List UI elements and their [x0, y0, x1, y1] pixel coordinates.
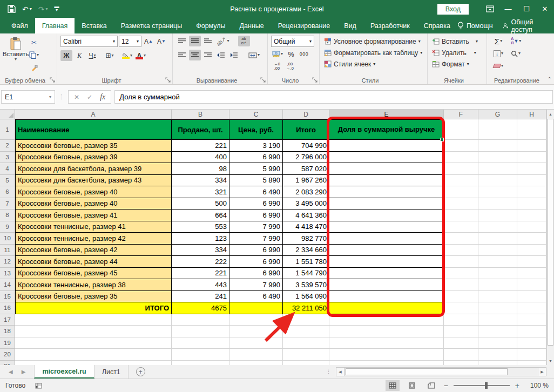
fill-button[interactable]: ↓▾ — [492, 48, 504, 59]
row-header-7[interactable]: 7 — [0, 198, 15, 210]
cell-D14[interactable]: 3 539 570 — [283, 279, 329, 291]
cell-B13[interactable]: 221 — [172, 268, 229, 280]
italic-button[interactable]: К — [73, 50, 85, 61]
cell-A9[interactable]: Кроссовки теннисные, размер 41 — [15, 221, 172, 233]
scroll-left-icon[interactable]: ◀ — [336, 367, 344, 376]
cell-G2[interactable] — [478, 140, 517, 152]
row-header-9[interactable]: 9 — [0, 221, 15, 233]
cell-D15[interactable]: 1 564 090 — [283, 291, 329, 303]
cell-F13[interactable] — [444, 268, 478, 280]
cut-button[interactable]: ✂ — [28, 37, 40, 48]
cell-B6[interactable]: 321 — [172, 186, 229, 198]
cell-B10[interactable]: 123 — [172, 233, 229, 245]
scroll-up-icon[interactable]: ▲ — [547, 110, 554, 118]
cell-G15[interactable] — [478, 291, 517, 303]
cell-D19[interactable] — [283, 337, 329, 349]
cell-G17[interactable] — [478, 314, 517, 326]
underline-button[interactable]: Ч▾ — [86, 50, 98, 61]
row-header-4[interactable]: 4 — [0, 163, 15, 175]
align-top-button[interactable] — [176, 36, 188, 46]
sheet-next-icon[interactable]: ▶ — [22, 369, 26, 375]
close-button[interactable]: ✕ — [536, 0, 554, 18]
row-header-2[interactable]: 2 — [0, 140, 15, 152]
cell-A17[interactable] — [15, 314, 172, 326]
scroll-right-icon[interactable]: ▶ — [538, 367, 546, 376]
merge-center-button[interactable]: ▾ — [247, 50, 261, 60]
align-center-button[interactable] — [189, 50, 201, 60]
ribbon-tab-formulas[interactable]: Формулы — [189, 18, 232, 33]
cell-C11[interactable]: 6 990 — [229, 245, 283, 256]
cell-E17[interactable] — [329, 314, 444, 326]
format-as-table-button[interactable]: Форматировать как таблицу▾ — [324, 47, 425, 58]
cell-G12[interactable] — [478, 256, 517, 268]
cell-H5[interactable] — [517, 175, 546, 187]
cell-E21[interactable] — [329, 361, 444, 366]
cell-E2[interactable] — [329, 140, 444, 152]
cell-G16[interactable] — [478, 302, 517, 314]
cell-H1[interactable] — [517, 119, 546, 140]
cell-C14[interactable]: 7 990 — [229, 279, 283, 291]
cell-D9[interactable]: 4 418 470 — [283, 221, 329, 233]
cell-F5[interactable] — [444, 175, 478, 187]
horizontal-scrollbar[interactable]: ◀ ▶ — [336, 367, 546, 376]
cell-E16[interactable] — [329, 302, 444, 314]
cell-C16[interactable] — [229, 302, 283, 314]
cell-A13[interactable]: Кроссовки беговые, размер 45 — [15, 268, 172, 280]
ribbon-tab-insert[interactable]: Вставка — [75, 18, 113, 33]
cell-A8[interactable]: Кроссовки беговые, размер 41 — [15, 209, 172, 221]
fill-color-button[interactable]: ▾ — [121, 50, 133, 61]
row-header-21[interactable]: 21 — [0, 361, 15, 366]
cell-F16[interactable] — [444, 302, 478, 314]
sheet-tab-Лист1[interactable]: Лист1 — [94, 365, 129, 379]
cell-G20[interactable] — [478, 349, 517, 361]
grow-font-button[interactable]: A▲ — [143, 36, 154, 47]
cell-styles-button[interactable]: Стили ячеек▾ — [324, 58, 425, 70]
cell-B18[interactable] — [172, 326, 229, 337]
cell-B2[interactable]: 221 — [172, 140, 229, 152]
ribbon-tab-data[interactable]: Данные — [233, 18, 271, 33]
cell-H9[interactable] — [517, 221, 546, 233]
maximize-button[interactable]: ☐ — [517, 0, 536, 18]
page-layout-view-button[interactable] — [405, 380, 419, 391]
cell-B3[interactable]: 400 — [172, 152, 229, 164]
cell-F15[interactable] — [444, 291, 478, 303]
undo-button[interactable]: ↶▾ — [22, 5, 32, 13]
cell-C8[interactable]: 6 990 — [229, 209, 283, 221]
cell-D7[interactable]: 3 495 000 — [283, 198, 329, 210]
column-header-D[interactable]: D — [283, 110, 329, 119]
cell-C7[interactable]: 6 990 — [229, 198, 283, 210]
cell-C5[interactable]: 5 890 — [229, 175, 283, 187]
fill-handle[interactable] — [440, 138, 444, 141]
cell-H4[interactable] — [517, 163, 546, 175]
zoom-in-button[interactable]: + — [515, 381, 519, 390]
save-icon[interactable] — [8, 5, 16, 13]
cell-G5[interactable] — [478, 175, 517, 187]
cell-G13[interactable] — [478, 268, 517, 280]
row-header-5[interactable]: 5 — [0, 175, 15, 187]
cell-D20[interactable] — [283, 349, 329, 361]
collapse-ribbon-button[interactable]: ⌃ — [548, 76, 552, 82]
cell-C15[interactable]: 6 490 — [229, 291, 283, 303]
row-header-12[interactable]: 12 — [0, 256, 15, 268]
column-header-E[interactable]: E — [329, 110, 444, 119]
cell-C21[interactable] — [229, 361, 283, 366]
row-header-14[interactable]: 14 — [0, 279, 15, 291]
autosum-button[interactable]: Σ▾ — [492, 36, 504, 46]
cell-F4[interactable] — [444, 163, 478, 175]
cell-E18[interactable] — [329, 326, 444, 337]
cell-E12[interactable] — [329, 256, 444, 268]
cell-E11[interactable] — [329, 245, 444, 256]
name-box[interactable]: E1▾ — [1, 90, 55, 104]
cell-F6[interactable] — [444, 186, 478, 198]
cell-E8[interactable] — [329, 209, 444, 221]
cell-H13[interactable] — [517, 268, 546, 280]
ribbon-tab-developer[interactable]: Разработчик — [363, 18, 417, 33]
cell-E13[interactable] — [329, 268, 444, 280]
normal-view-button[interactable] — [386, 380, 400, 391]
paste-button[interactable]: Вставить ▾ — [3, 36, 28, 73]
row-header-8[interactable]: 8 — [0, 209, 15, 221]
percent-style-button[interactable]: % — [285, 49, 297, 59]
font-dialog-launcher[interactable] — [165, 77, 171, 83]
delete-cells-button[interactable]: Удалить▾ — [432, 47, 484, 58]
cell-E19[interactable] — [329, 337, 444, 349]
